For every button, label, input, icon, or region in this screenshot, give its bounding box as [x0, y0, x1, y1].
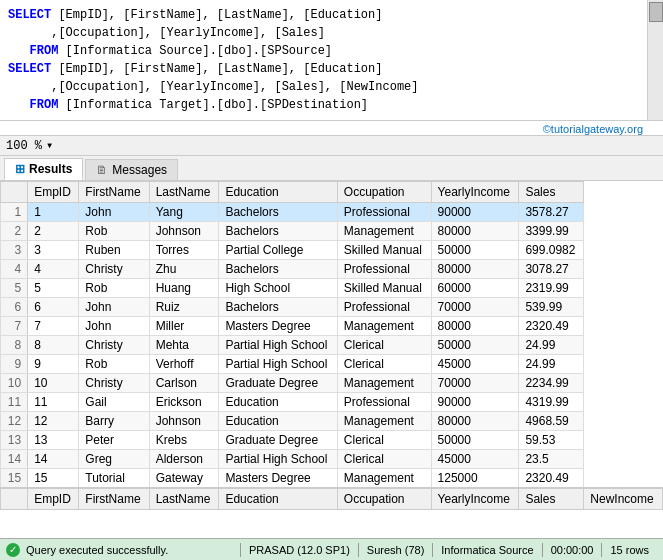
status-message: Query executed successfully. [26, 544, 240, 556]
cell-sales: 2319.99 [519, 279, 584, 298]
status-rows: 15 rows [601, 543, 657, 557]
row-number: 1 [1, 203, 28, 222]
row-number: 6 [1, 298, 28, 317]
cell-sales: 4319.99 [519, 393, 584, 412]
zoom-bar: 100 % ▾ [0, 136, 663, 156]
cell-firstname: Rob [79, 222, 149, 241]
cell-yearlyincome: 50000 [431, 241, 519, 260]
row-number: 8 [1, 336, 28, 355]
col-occupation[interactable]: Occupation [337, 182, 431, 203]
cell-occupation: Management [337, 222, 431, 241]
status-time: 00:00:00 [542, 543, 602, 557]
cell-occupation: Management [337, 412, 431, 431]
cell-yearlyincome: 125000 [431, 469, 519, 489]
bottom-col-sales: Sales [519, 488, 584, 510]
table-row[interactable]: 77JohnMillerMasters DegreeManagement8000… [1, 317, 663, 336]
cell-yearlyincome: 60000 [431, 279, 519, 298]
row-number: 2 [1, 222, 28, 241]
cell-firstname: Christy [79, 336, 149, 355]
zoom-value: 100 % [6, 139, 42, 153]
cell-education: Bachelors [219, 222, 337, 241]
cell-education: Bachelors [219, 203, 337, 222]
cell-lastname: Mehta [149, 336, 219, 355]
bottom-col-education: Education [219, 488, 337, 510]
table-row[interactable]: 1111GailEricksonEducationProfessional900… [1, 393, 663, 412]
table-row[interactable]: 11JohnYangBachelorsProfessional900003578… [1, 203, 663, 222]
table-row[interactable]: 44ChristyZhuBachelorsProfessional8000030… [1, 260, 663, 279]
row-number: 5 [1, 279, 28, 298]
cell-empid: 14 [28, 450, 79, 469]
table-row[interactable]: 1313PeterKrebsGraduate DegreeClerical500… [1, 431, 663, 450]
cell-education: High School [219, 279, 337, 298]
table-row[interactable]: 88ChristyMehtaPartial High SchoolClerica… [1, 336, 663, 355]
cell-lastname: Torres [149, 241, 219, 260]
row-number: 12 [1, 412, 28, 431]
table-row[interactable]: 1515TutorialGatewayMasters DegreeManagem… [1, 469, 663, 489]
cell-occupation: Clerical [337, 355, 431, 374]
cell-sales: 2320.49 [519, 317, 584, 336]
table-row[interactable]: 66JohnRuizBachelorsProfessional70000539.… [1, 298, 663, 317]
table-container[interactable]: EmpID FirstName LastName Education Occup… [0, 181, 663, 538]
cell-empid: 4 [28, 260, 79, 279]
col-lastname[interactable]: LastName [149, 182, 219, 203]
editor-scrollbar[interactable] [647, 0, 663, 120]
table-row[interactable]: 22RobJohnsonBachelorsManagement800003399… [1, 222, 663, 241]
cell-education: Partial High School [219, 450, 337, 469]
col-rownum [1, 182, 28, 203]
cell-yearlyincome: 45000 [431, 450, 519, 469]
row-number: 7 [1, 317, 28, 336]
cell-occupation: Management [337, 469, 431, 489]
table-row[interactable]: 1212BarryJohnsonEducationManagement80000… [1, 412, 663, 431]
col-firstname[interactable]: FirstName [79, 182, 149, 203]
sql-editor[interactable]: SELECT [EmpID], [FirstName], [LastName],… [0, 0, 663, 121]
cell-yearlyincome: 70000 [431, 298, 519, 317]
table-row[interactable]: 1010ChristyCarlsonGraduate DegreeManagem… [1, 374, 663, 393]
row-number: 13 [1, 431, 28, 450]
watermark: ©tutorialgateway.org [0, 121, 663, 136]
status-ok-icon: ✓ [6, 543, 20, 557]
results-area: EmpID FirstName LastName Education Occup… [0, 181, 663, 538]
cell-education: Partial College [219, 241, 337, 260]
zoom-dropdown-icon[interactable]: ▾ [46, 138, 53, 153]
cell-sales: 4968.59 [519, 412, 584, 431]
cell-firstname: Rob [79, 279, 149, 298]
cell-empid: 8 [28, 336, 79, 355]
table-row[interactable]: 1414GregAldersonPartial High SchoolCleri… [1, 450, 663, 469]
cell-occupation: Skilled Manual [337, 241, 431, 260]
tab-results[interactable]: ⊞ Results [4, 158, 83, 180]
cell-firstname: John [79, 203, 149, 222]
cell-yearlyincome: 50000 [431, 431, 519, 450]
cell-occupation: Clerical [337, 450, 431, 469]
cell-firstname: John [79, 317, 149, 336]
cell-occupation: Professional [337, 203, 431, 222]
row-number: 3 [1, 241, 28, 260]
col-education[interactable]: Education [219, 182, 337, 203]
cell-sales: 3578.27 [519, 203, 584, 222]
scrollbar-thumb[interactable] [649, 2, 663, 22]
table-row[interactable]: 99RobVerhoffPartial High SchoolClerical4… [1, 355, 663, 374]
cell-empid: 10 [28, 374, 79, 393]
cell-lastname: Johnson [149, 412, 219, 431]
results-grid-icon: ⊞ [15, 162, 25, 176]
col-yearlyincome[interactable]: YearlyIncome [431, 182, 519, 203]
cell-yearlyincome: 80000 [431, 412, 519, 431]
bottom-col-lastname: LastName [149, 488, 219, 510]
row-number: 14 [1, 450, 28, 469]
cell-education: Bachelors [219, 298, 337, 317]
cell-empid: 6 [28, 298, 79, 317]
cell-lastname: Erickson [149, 393, 219, 412]
col-empid[interactable]: EmpID [28, 182, 79, 203]
cell-empid: 9 [28, 355, 79, 374]
table-row[interactable]: 33RubenTorresPartial CollegeSkilled Manu… [1, 241, 663, 260]
cell-sales: 3399.99 [519, 222, 584, 241]
table-header-row: EmpID FirstName LastName Education Occup… [1, 182, 663, 203]
cell-yearlyincome: 80000 [431, 222, 519, 241]
cell-lastname: Miller [149, 317, 219, 336]
cell-firstname: Gail [79, 393, 149, 412]
cell-lastname: Verhoff [149, 355, 219, 374]
bottom-col-empid: EmpID [28, 488, 79, 510]
table-row[interactable]: 55RobHuangHigh SchoolSkilled Manual60000… [1, 279, 663, 298]
col-sales[interactable]: Sales [519, 182, 584, 203]
cell-lastname: Huang [149, 279, 219, 298]
tab-messages[interactable]: 🗎 Messages [85, 159, 178, 180]
